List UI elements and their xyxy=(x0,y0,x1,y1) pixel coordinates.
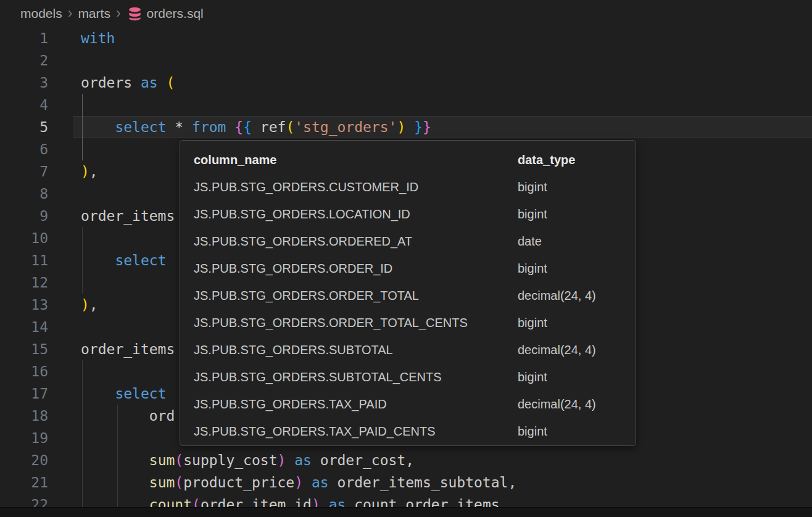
line-number: 3 xyxy=(0,72,48,94)
line-number: 1 xyxy=(0,27,48,49)
column-name-cell: JS.PUB.STG_ORDERS.ORDER_TOTAL_CENTS xyxy=(194,316,518,330)
code-line[interactable]: orders as ( xyxy=(81,72,175,94)
line-number: 7 xyxy=(0,160,48,183)
code-line[interactable]: ), xyxy=(81,294,98,316)
code-token xyxy=(81,452,149,468)
column-name-cell: JS.PUB.STG_ORDERS.SUBTOTAL xyxy=(194,343,518,357)
code-token: orders xyxy=(81,75,141,91)
column-info-row: JS.PUB.STG_ORDERS.SUBTOTALdecimal(24, 4) xyxy=(194,336,636,363)
code-line[interactable]: ), xyxy=(81,160,98,183)
code-line[interactable]: sum(supply_cost) as order_cost, xyxy=(81,449,414,471)
code-token: from xyxy=(192,119,226,135)
code-token: select xyxy=(115,386,166,402)
code-token: ( xyxy=(167,75,175,91)
chevron-right-icon: › xyxy=(116,6,121,20)
code-token: select xyxy=(115,252,166,268)
column-name-cell: JS.PUB.STG_ORDERS.ORDER_ID xyxy=(194,262,518,276)
code-line[interactable]: order_items xyxy=(81,205,175,227)
line-number: 18 xyxy=(0,405,48,427)
column-name-cell: JS.PUB.STG_ORDERS.ORDER_TOTAL xyxy=(194,289,518,303)
line-number: 5 xyxy=(0,116,48,138)
code-token: ) xyxy=(397,119,405,135)
code-token: ) xyxy=(278,452,286,468)
column-info-row: JS.PUB.STG_ORDERS.ORDERED_ATdate xyxy=(194,228,636,255)
code-line[interactable]: select xyxy=(81,249,166,271)
line-number: 6 xyxy=(0,138,48,160)
code-token: ) xyxy=(294,474,303,490)
breadcrumb-item-marts[interactable]: marts xyxy=(78,6,110,21)
code-token: order_cost, xyxy=(312,452,414,468)
line-number: 8 xyxy=(0,183,48,205)
code-token xyxy=(81,386,115,402)
data-type-cell: bigint xyxy=(518,424,547,439)
data-type-cell: decimal(24, 4) xyxy=(518,289,596,303)
column-info-row: JS.PUB.STG_ORDERS.SUBTOTAL_CENTSbigint xyxy=(194,363,636,391)
code-line[interactable]: with xyxy=(81,27,115,49)
data-type-cell: bigint xyxy=(518,180,547,194)
data-type-cell: date xyxy=(518,234,542,249)
data-type-cell: decimal(24, 4) xyxy=(518,343,596,357)
column-name-cell: JS.PUB.STG_ORDERS.ORDERED_AT xyxy=(194,234,518,249)
code-line[interactable]: order_items xyxy=(81,338,175,360)
column-name-cell: JS.PUB.STG_ORDERS.LOCATION_ID xyxy=(194,207,518,221)
column-info-row: JS.PUB.STG_ORDERS.LOCATION_IDbigint xyxy=(194,201,636,228)
code-token: } xyxy=(423,119,431,135)
code-token xyxy=(158,75,167,91)
breadcrumb-item-file[interactable]: orders.sql xyxy=(147,6,204,21)
code-token: supply_cost xyxy=(183,452,277,468)
code-token: * xyxy=(166,119,192,135)
data-type-cell: bigint xyxy=(518,316,547,330)
popup-header-column-name: column_name xyxy=(194,153,518,167)
code-line[interactable]: ord xyxy=(81,405,175,427)
code-line[interactable]: sum(product_price) as order_items_subtot… xyxy=(81,471,516,494)
line-number: 19 xyxy=(0,427,48,449)
line-number: 16 xyxy=(0,360,48,383)
data-type-cell: bigint xyxy=(518,262,547,276)
editor-window: models › marts › orders.sql 123456789101… xyxy=(0,0,812,517)
code-token: as xyxy=(294,452,312,468)
code-token: { xyxy=(234,119,243,135)
column-info-popup: column_name data_type JS.PUB.STG_ORDERS.… xyxy=(180,140,636,446)
code-token: ) xyxy=(81,163,89,180)
code-editor[interactable]: 12345678910111213141516171819202122 with… xyxy=(0,27,812,517)
column-info-row: JS.PUB.STG_ORDERS.ORDER_IDbigint xyxy=(194,255,636,282)
line-number: 4 xyxy=(0,94,48,116)
code-token xyxy=(405,119,414,135)
column-info-row: JS.PUB.STG_ORDERS.ORDER_TOTALdecimal(24,… xyxy=(194,282,636,309)
line-number: 20 xyxy=(0,449,48,471)
line-number: 17 xyxy=(0,383,48,405)
data-type-cell: decimal(24, 4) xyxy=(518,397,596,412)
code-token: ( xyxy=(175,474,183,490)
data-type-cell: bigint xyxy=(518,207,547,221)
code-token: order_items xyxy=(81,341,175,357)
code-token: ord xyxy=(81,408,175,424)
breadcrumb: models › marts › orders.sql xyxy=(0,0,812,27)
code-line[interactable]: select xyxy=(81,383,166,405)
code-token: ( xyxy=(286,119,294,135)
code-token: } xyxy=(414,119,423,135)
code-token: product_price xyxy=(183,474,294,490)
code-line[interactable]: select * from {{ ref('stg_orders') }} xyxy=(81,116,431,138)
code-token: , xyxy=(89,297,98,313)
line-number: 11 xyxy=(0,249,48,271)
code-token: order_items_subtotal, xyxy=(329,474,517,490)
code-token: ) xyxy=(81,297,89,313)
code-token: order_items xyxy=(81,208,175,224)
code-token: with xyxy=(81,30,115,46)
column-info-row: JS.PUB.STG_ORDERS.TAX_PAIDdecimal(24, 4) xyxy=(194,391,636,418)
code-token xyxy=(226,119,234,135)
line-number: 15 xyxy=(0,338,48,360)
column-info-row: JS.PUB.STG_ORDERS.TAX_PAID_CENTSbigint xyxy=(194,418,636,445)
code-token xyxy=(303,474,312,490)
line-number: 9 xyxy=(0,205,48,227)
code-token: sum xyxy=(149,452,175,468)
breadcrumb-item-models[interactable]: models xyxy=(20,6,62,21)
line-number: 10 xyxy=(0,227,48,249)
code-token: 'stg_orders' xyxy=(294,119,397,135)
line-number: 2 xyxy=(0,49,48,72)
code-token: as xyxy=(141,75,158,91)
code-token: select xyxy=(115,119,166,135)
column-info-row: JS.PUB.STG_ORDERS.CUSTOMER_IDbigint xyxy=(194,173,636,201)
bottom-panel-edge xyxy=(0,507,812,517)
code-token xyxy=(81,474,149,490)
